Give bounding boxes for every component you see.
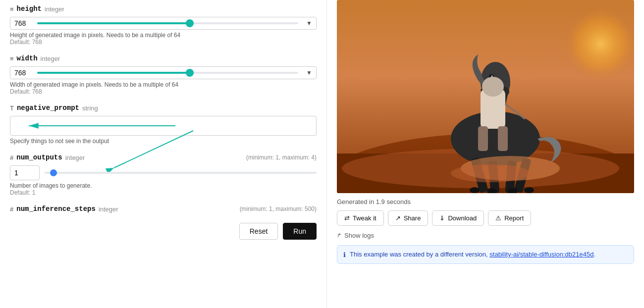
height-dropdown-arrow[interactable]: ▼ — [306, 20, 312, 27]
width-default: Default: 768 — [10, 88, 317, 95]
width-field-block: ≡ width integer 768 ▼ Width of generated… — [10, 54, 317, 95]
height-range-thumb — [186, 19, 194, 27]
height-default: Default: 768 — [10, 39, 317, 46]
horse-scene-svg — [337, 0, 634, 193]
report-icon: ⚠ — [495, 214, 501, 222]
download-icon: ⇓ — [439, 214, 445, 222]
download-button[interactable]: ⇓ Download — [432, 210, 484, 226]
show-logs-label: Show logs — [344, 232, 374, 239]
info-text: This example was created by a different … — [350, 251, 595, 258]
height-value: 768 — [14, 19, 29, 27]
tweak-label: Tweak it — [353, 214, 376, 222]
num-outputs-label-row: # num_outputs integer (minimum: 1, maxim… — [10, 154, 317, 161]
share-button[interactable]: ↗ Share — [388, 210, 429, 226]
svg-point-24 — [482, 77, 504, 97]
height-range-fill — [37, 22, 194, 24]
height-field-block: ≡ height integer 768 ▼ Height of generat… — [10, 5, 317, 46]
negative-prompt-desc: Specify things to not see in the output — [10, 138, 317, 145]
right-panel: Generated in 1.9 seconds ⇄ Tweak it ↗ Sh… — [327, 0, 644, 308]
num-inference-label: # num_inference_steps integer — [10, 205, 118, 213]
num-inference-field-type: integer — [99, 205, 118, 213]
num-inference-hint: (minimum: 1, maximum: 500) — [240, 205, 317, 212]
action-buttons: ⇄ Tweak it ↗ Share ⇓ Download ⚠ Report — [337, 210, 634, 226]
width-range-fill — [37, 72, 194, 74]
negative-prompt-field-type: string — [82, 104, 98, 112]
width-range-thumb — [186, 69, 194, 77]
negative-prompt-field-block: T negative_prompt string Specify things … — [10, 104, 317, 145]
num-inference-field-block: # num_inference_steps integer (minimum: … — [10, 205, 317, 213]
generated-image — [337, 0, 634, 193]
height-icon: ≡ — [10, 5, 14, 13]
tweak-icon: ⇄ — [344, 214, 350, 222]
height-range-track[interactable] — [37, 22, 298, 24]
reset-button[interactable]: Reset — [239, 223, 278, 240]
num-outputs-slider[interactable] — [45, 168, 317, 178]
num-outputs-input-row: 1 — [10, 165, 317, 180]
height-label: ≡ height integer — [10, 5, 317, 13]
bottom-buttons: Reset Run — [10, 223, 317, 240]
svg-point-19 — [470, 187, 480, 193]
width-field-name: width — [17, 54, 38, 62]
num-outputs-desc: Number of images to generate. — [10, 182, 317, 189]
width-value: 768 — [14, 69, 29, 77]
negative-prompt-field-name: negative_prompt — [17, 104, 79, 112]
share-icon: ↗ — [395, 214, 401, 222]
height-field-type: integer — [45, 5, 64, 13]
gen-time: Generated in 1.9 seconds — [337, 198, 634, 205]
svg-rect-26 — [498, 126, 508, 151]
num-inference-label-row: # num_inference_steps integer (minimum: … — [10, 205, 317, 213]
height-desc: Height of generated image in pixels. Nee… — [10, 32, 317, 39]
num-inference-icon: # — [10, 205, 13, 213]
height-field-name: height — [17, 5, 42, 13]
info-box: ℹ This example was created by a differen… — [337, 245, 634, 264]
num-outputs-default: Default: 1 — [10, 189, 317, 196]
width-icon: ≡ — [10, 55, 14, 62]
height-range-row[interactable]: 768 ▼ — [10, 17, 317, 30]
tweak-button[interactable]: ⇄ Tweak it — [337, 210, 384, 226]
num-outputs-field-type: integer — [65, 154, 85, 161]
num-outputs-input[interactable]: 1 — [10, 165, 40, 180]
num-outputs-icon: # — [10, 154, 13, 161]
svg-rect-25 — [478, 126, 488, 151]
num-inference-field-name: num_inference_steps — [16, 205, 96, 213]
left-panel: ≡ height integer 768 ▼ Height of generat… — [0, 0, 327, 308]
num-outputs-thumb — [50, 169, 57, 176]
width-range-track[interactable] — [37, 72, 298, 74]
download-label: Download — [448, 214, 477, 222]
info-icon: ℹ — [343, 251, 346, 258]
negative-prompt-label: T negative_prompt string — [10, 104, 317, 112]
negative-prompt-arrow-svg — [10, 116, 316, 135]
num-outputs-hint: (minimum: 1, maximum: 4) — [246, 154, 317, 161]
show-logs-arrow-icon: ↱ — [337, 232, 341, 239]
report-label: Report — [504, 214, 524, 222]
negative-prompt-icon: T — [10, 104, 14, 112]
num-outputs-field-block: # num_outputs integer (minimum: 1, maxim… — [10, 154, 317, 196]
width-desc: Width of generated image in pixels. Need… — [10, 81, 317, 88]
width-range-row[interactable]: 768 ▼ — [10, 66, 317, 79]
run-button[interactable]: Run — [283, 223, 317, 240]
num-outputs-label: # num_outputs integer — [10, 154, 85, 161]
info-link[interactable]: stability-ai/stable-diffusion:db21e45d — [489, 251, 593, 258]
share-label: Share — [404, 214, 421, 222]
width-dropdown-arrow[interactable]: ▼ — [306, 69, 312, 76]
num-outputs-track — [45, 172, 317, 174]
width-field-type: integer — [41, 55, 60, 62]
num-outputs-field-name: num_outputs — [16, 154, 62, 161]
show-logs-row[interactable]: ↱ Show logs — [337, 232, 634, 239]
report-button[interactable]: ⚠ Report — [488, 210, 531, 226]
svg-point-22 — [524, 187, 534, 193]
svg-point-29 — [451, 164, 530, 182]
negative-prompt-input-row[interactable] — [10, 116, 317, 136]
width-label: ≡ width integer — [10, 54, 317, 62]
